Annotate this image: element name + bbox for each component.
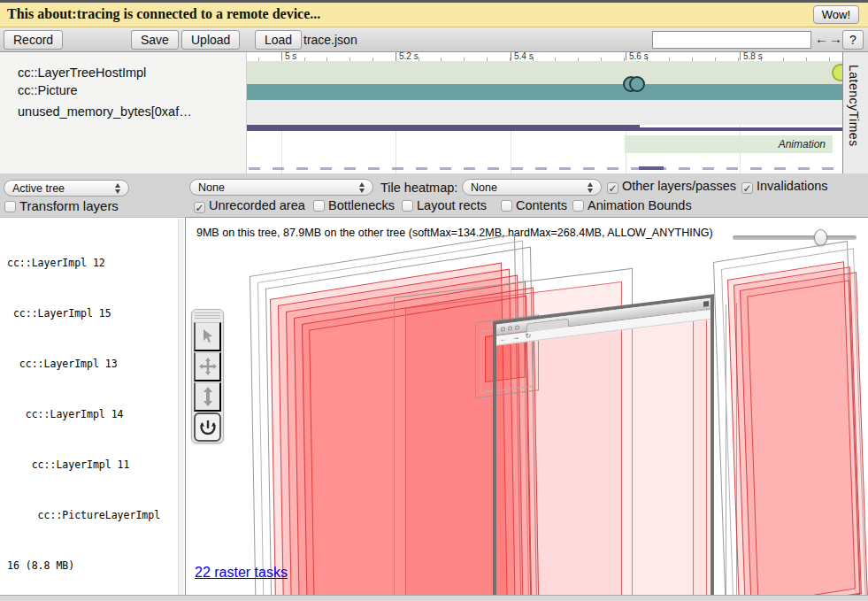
select-updown-icon (359, 182, 365, 193)
search-input[interactable] (652, 31, 811, 49)
tab-times[interactable]: Times (847, 112, 861, 147)
save-button[interactable]: Save (131, 30, 179, 50)
find-next-arrow[interactable]: → (829, 31, 842, 46)
time-ruler: 5 s 5.2 s 5.4 s 5.6 s 5.8 s (247, 52, 842, 61)
find-previous-arrow[interactable]: ← (815, 31, 828, 46)
raster-tasks-link[interactable]: 22 raster tasks (195, 565, 288, 581)
palette-grip-handle[interactable] (195, 312, 220, 320)
picture-track-bar[interactable] (247, 84, 842, 100)
ruler-tick-label: 5.6 s (626, 52, 649, 60)
memory-info-text: 9MB on this tree, 87.9MB on the other tr… (196, 227, 713, 239)
timeline-track-area[interactable]: Animation 5 s 5.2 s 5.4 s 5.6 s 5.8 s (247, 52, 842, 173)
tree-mode-select[interactable]: Active tree (4, 180, 129, 196)
layer-tree-sidebar: Active tree Transform layers cc::LayerIm… (0, 173, 186, 595)
tree-scrollbar[interactable] (178, 219, 184, 595)
checkbox-invalidations[interactable]: ✓ (741, 182, 753, 194)
memory-counter-bar-thick[interactable] (247, 125, 640, 131)
slider-track[interactable] (733, 235, 856, 240)
tile-heatmap-value: None (471, 181, 497, 194)
vertical-arrow-icon (203, 387, 213, 406)
toggle-bottlenecks[interactable]: Bottlenecks (313, 198, 395, 212)
instant-event-circle[interactable] (629, 76, 645, 92)
checkbox-bottlenecks[interactable] (313, 200, 325, 212)
counter-mini-trace (249, 167, 840, 170)
ruler-tick-label: 5.8 s (740, 52, 763, 60)
select-updown-icon (588, 182, 594, 193)
layer-filter-value: None (198, 181, 225, 194)
select-updown-icon (115, 183, 121, 194)
toggle-unrecorded-area[interactable]: ✓Unrecorded area (194, 198, 305, 213)
layer-tree-item[interactable]: cc::LayerImpl 14 (7, 406, 186, 423)
ruler-tick-label: 5 s (281, 52, 296, 60)
cursor-arrow-icon (201, 328, 215, 344)
ruler-tick-label: 5.4 s (511, 52, 534, 60)
load-button[interactable]: Load (255, 30, 302, 50)
help-button[interactable]: ? (842, 30, 864, 50)
checkbox-other-layers[interactable]: ✓ (607, 182, 618, 194)
record-button[interactable]: Record (4, 30, 63, 50)
view-controls-bar: None Tile heatmap: None ✓Other layers/pa… (186, 173, 868, 218)
screenshot-layer-quad[interactable]: ← → ↻ (493, 294, 714, 595)
checkbox-contents[interactable] (501, 200, 512, 212)
timeline-track-labels: cc::LayerTreeHostImpl cc::Picture unused… (0, 52, 247, 173)
window-corner-icon (703, 301, 709, 307)
track-label-unused-memory: unused_memory_bytes[0xaf… (18, 104, 192, 119)
upload-button[interactable]: Upload (181, 30, 240, 50)
counter-mini-trace-blob (639, 166, 664, 170)
tab-latency[interactable]: Latency (847, 65, 861, 112)
transform-layers-label: Transform layers (19, 198, 119, 213)
bottom-status-strip (0, 595, 868, 601)
memory-counter-bar-thin[interactable] (640, 127, 842, 131)
toggle-contents[interactable]: Contents (501, 198, 567, 212)
tracing-toolbar: Record Save Upload Load trace.json ← → ? (0, 27, 868, 52)
rotate-tool-button[interactable] (194, 412, 221, 442)
layer-tree-item[interactable]: cc::PictureLayerImpl (7, 507, 186, 524)
traffic-light-icon (501, 327, 505, 332)
traffic-light-icon (515, 325, 519, 330)
animation-track-bar[interactable]: Animation (625, 135, 833, 153)
layer-quad-canvas[interactable]: 9MB on this tree, 87.9MB on the other tr… (186, 218, 868, 595)
layer-tree-item[interactable]: cc::LayerImpl 13 (7, 356, 186, 373)
move-arrows-icon (199, 358, 217, 375)
quad-inner-border (747, 280, 860, 595)
checkbox-layout-rects[interactable] (402, 200, 413, 212)
tree-mode-value: Active tree (12, 182, 65, 195)
layer-tree-list[interactable]: cc::LayerImpl 12 cc::LayerImpl 15 cc::La… (0, 219, 186, 595)
pan-tool-button[interactable] (194, 352, 221, 381)
quad-view-tool-palette (191, 309, 224, 443)
unused-memory-track-row[interactable] (247, 100, 842, 125)
traffic-light-icon (508, 326, 512, 331)
invalidation-quad[interactable] (740, 272, 868, 595)
layer-filter-select[interactable]: None (189, 179, 373, 196)
toggle-other-layers[interactable]: ✓Other layers/passes (607, 179, 736, 194)
timeline-panel: cc::LayerTreeHostImpl cc::Picture unused… (0, 52, 868, 173)
select-tool-button[interactable] (194, 322, 221, 351)
layer-tree-item[interactable]: cc::LayerImpl 12 (7, 255, 186, 272)
toggle-layout-rects[interactable]: Layout rects (402, 198, 487, 212)
trace-filename: trace.json (303, 33, 357, 47)
timeline-side-tab-strip: LatencyTimes (842, 52, 868, 173)
track-label-picture: cc::Picture (18, 83, 78, 97)
sidebar-controls: Active tree Transform layers (0, 173, 186, 218)
layer-tree-item[interactable]: cc::LayerImpl 11 (7, 457, 186, 474)
track-label-layertreehostimpl: cc::LayerTreeHostImpl (18, 65, 146, 80)
tile-heatmap-select[interactable]: None (462, 179, 602, 196)
tile-heatmap-label: Tile heatmap: (380, 181, 457, 195)
checkbox-animation-bounds[interactable] (572, 200, 584, 212)
zoom-tool-button[interactable] (194, 382, 221, 412)
banner-text: This about:tracing is connected to a rem… (7, 6, 320, 22)
toggle-animation-bounds[interactable]: Animation Bounds (572, 198, 692, 212)
remote-device-banner: This about:tracing is connected to a rem… (0, 3, 868, 27)
wow-button[interactable]: Wow! (813, 5, 859, 24)
transform-layers-checkbox[interactable] (4, 201, 16, 212)
transform-layers-toggle[interactable]: Transform layers (4, 198, 119, 213)
ruler-tick-label: 5.2 s (396, 52, 419, 60)
layertreehostimpl-track-bar[interactable] (247, 61, 842, 84)
checkbox-unrecorded-area[interactable]: ✓ (194, 202, 205, 213)
layer-tree-item-wrap[interactable]: 16 (8.8 MB) (7, 558, 186, 574)
rotate-trackball-icon (199, 419, 217, 436)
layer-tree-item[interactable]: cc::LayerImpl 15 (7, 305, 186, 322)
toggle-invalidations[interactable]: ✓Invalidations (741, 179, 828, 194)
animation-label: Animation (779, 138, 826, 150)
